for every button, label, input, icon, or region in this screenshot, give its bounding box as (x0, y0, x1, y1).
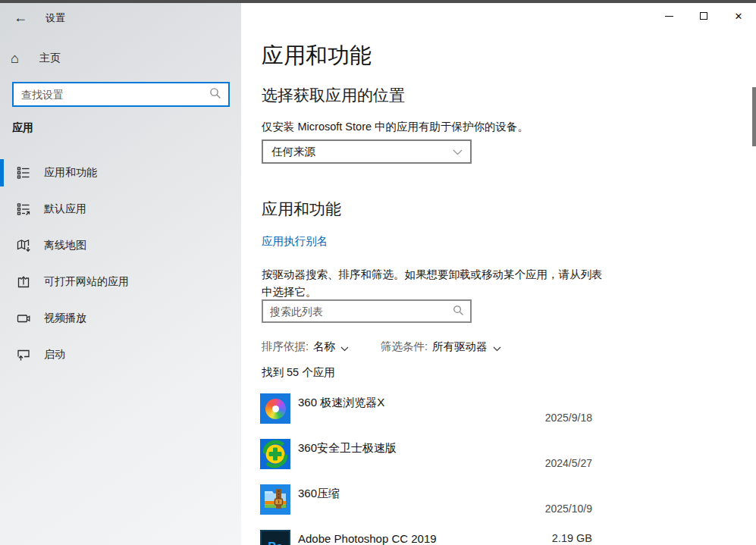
settings-search-input[interactable] (14, 89, 209, 101)
app-source-dropdown[interactable]: 任何来源 (262, 139, 472, 164)
sidebar-item-home[interactable]: ⌂ 主页 (11, 47, 61, 70)
minimize-button[interactable] (651, 3, 686, 29)
app-execution-aliases-link[interactable]: 应用执行别名 (262, 234, 328, 249)
sort-filter-row: 排序依据: 名称 筛选条件: 所有驱动器 (262, 340, 501, 354)
app-source-dropdown-value: 任何来源 (263, 145, 453, 159)
app-name: 360安全卫士极速版 (298, 441, 397, 456)
sidebar-section-label: 应用 (12, 121, 33, 135)
chevron-down-icon[interactable] (493, 342, 501, 354)
chevron-down-icon[interactable] (340, 342, 349, 354)
page-title: 应用和功能 (262, 41, 372, 71)
chevron-down-icon (453, 146, 463, 158)
search-icon (209, 87, 221, 102)
sidebar-item-label: 离线地图 (44, 239, 86, 252)
ps-glyph: Ps (268, 540, 283, 545)
home-label: 主页 (39, 52, 61, 65)
sidebar-item-label: 视频播放 (44, 312, 86, 325)
apps-list-description: 按驱动器搜索、排序和筛选。如果想要卸载或移动某个应用，请从列表中选择它。 (262, 266, 607, 301)
app-install-date: 2025/9/18 (545, 412, 592, 424)
app-list-search-box (262, 299, 472, 323)
app-icon-360-speed-browser (260, 393, 290, 424)
apps-features-heading: 应用和功能 (262, 199, 341, 220)
sidebar-item-video-playback[interactable]: 视频播放 (0, 303, 241, 334)
app-install-date: 2024/5/27 (545, 457, 592, 469)
selected-indicator (0, 232, 4, 259)
choose-source-description: 仅安装 Microsoft Store 中的应用有助于保护你的设备。 (262, 120, 529, 134)
home-icon: ⌂ (11, 51, 33, 67)
sidebar-item-apps-for-websites[interactable]: 可打开网站的应用 (0, 267, 241, 297)
apps-found-count: 找到 55 个应用 (262, 365, 335, 380)
filter-group: 筛选条件: 所有驱动器 (381, 340, 501, 354)
window-title: 设置 (45, 11, 65, 25)
filter-by-label: 筛选条件: (381, 340, 428, 354)
close-icon: ✕ (735, 11, 743, 22)
selected-indicator (0, 268, 4, 296)
main-content: ✕ 应用和功能 选择获取应用的位置 仅安装 Microsoft Store 中的… (241, 3, 756, 545)
sidebar-item-startup[interactable]: 启动 (0, 340, 241, 370)
sort-by-value[interactable]: 名称 (313, 340, 335, 354)
maximize-button[interactable] (686, 3, 721, 29)
back-arrow-icon: ← (14, 10, 27, 26)
app-row-360-safe[interactable]: 360安全卫士极速版 2024/5/27 (260, 439, 592, 484)
filter-by-value[interactable]: 所有驱动器 (432, 340, 488, 354)
settings-search-box (12, 82, 230, 107)
startup-icon (16, 348, 31, 362)
close-button[interactable]: ✕ (721, 3, 756, 29)
app-row-photoshop[interactable]: Ps Adobe Photoshop CC 2019 2.19 GB (260, 530, 592, 545)
sidebar-item-label: 可打开网站的应用 (44, 275, 129, 289)
video-playback-icon (16, 312, 31, 325)
sidebar-item-apps-features[interactable]: 应用和功能 (0, 158, 241, 188)
minimize-icon (665, 16, 673, 17)
window-controls: ✕ (651, 3, 756, 29)
sort-by-label: 排序依据: (262, 340, 309, 354)
default-apps-icon (16, 202, 31, 216)
sidebar-item-label: 默认应用 (44, 202, 86, 216)
app-icon-360-safe-guard (260, 439, 290, 469)
settings-window: ← 设置 ⌂ 主页 应用 应用和功能 (0, 0, 756, 545)
selected-indicator (0, 159, 4, 186)
choose-source-heading: 选择获取应用的位置 (262, 85, 405, 106)
maximize-icon (700, 12, 707, 20)
sidebar-item-label: 启动 (44, 348, 65, 362)
search-icon (453, 305, 464, 318)
apps-for-websites-icon (16, 275, 31, 289)
vertical-scrollbar[interactable] (752, 87, 756, 146)
app-row-360-browser[interactable]: 360 极速浏览器X 2025/9/18 (260, 393, 592, 439)
app-list-search-input[interactable] (263, 305, 453, 318)
sidebar-item-label: 应用和功能 (44, 166, 97, 180)
app-install-date: 2025/10/9 (545, 503, 592, 515)
sidebar-item-default-apps[interactable]: 默认应用 (0, 194, 241, 224)
app-name: 360压缩 (298, 487, 340, 501)
app-row-360-zip[interactable]: 360压缩 2025/10/9 (260, 484, 592, 530)
app-name: Adobe Photoshop CC 2019 (298, 532, 437, 545)
selected-indicator (0, 305, 4, 332)
app-icon-photoshop: Ps (260, 530, 290, 545)
offline-maps-icon (16, 239, 31, 252)
app-size: 2.19 GB (552, 532, 592, 544)
sidebar: ← 设置 ⌂ 主页 应用 应用和功能 (0, 3, 241, 545)
app-name: 360 极速浏览器X (298, 396, 384, 410)
apps-features-icon (16, 166, 31, 180)
back-button[interactable]: ← (6, 6, 35, 29)
selected-indicator (0, 341, 4, 368)
sidebar-item-offline-maps[interactable]: 离线地图 (0, 230, 241, 261)
selected-indicator (0, 196, 4, 223)
app-icon-360-zip (260, 484, 290, 515)
